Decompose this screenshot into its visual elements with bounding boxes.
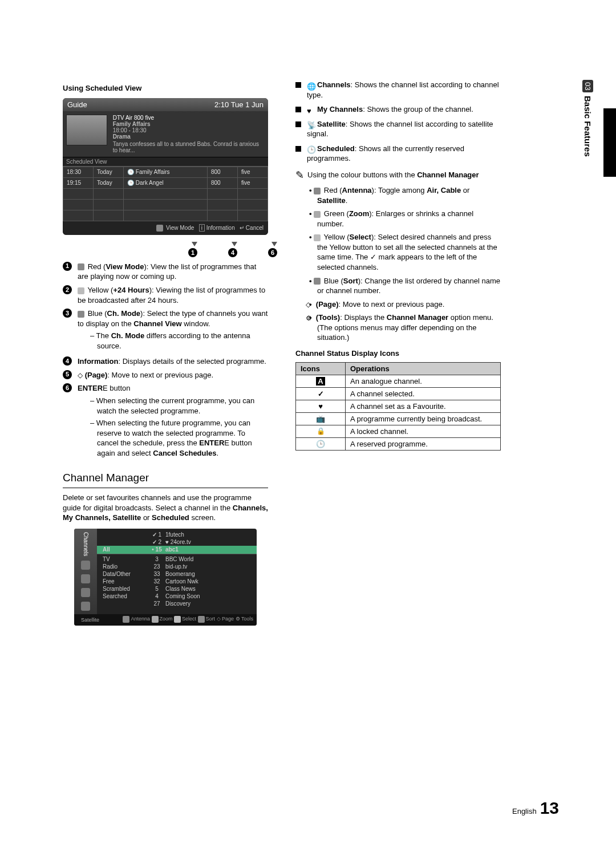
table-row: ♥A channel set as a Favourite. xyxy=(296,400,501,412)
check-icon: ✓ xyxy=(296,387,346,400)
section-tab: 03 Basic Features xyxy=(582,80,593,157)
heading-status-icons: Channel Status Display Icons xyxy=(295,348,501,359)
table-row: AAn analogue channel. xyxy=(296,375,501,387)
globe-icon: 🌐 xyxy=(307,82,315,90)
guide-time: 2:10 Tue 1 Jun xyxy=(214,100,264,109)
section-label: Basic Features xyxy=(583,96,593,157)
thumbnail-icon xyxy=(66,115,107,145)
page-footer: English13 xyxy=(512,798,559,818)
satellite-icon xyxy=(81,588,90,597)
yellow-button-icon xyxy=(314,234,321,241)
guide-screenshot: Guide 2:10 Tue 1 Jun DTV Air 800 five Fa… xyxy=(63,98,268,235)
status-icons-table: IconsOperations AAn analogue channel. ✓A… xyxy=(295,362,501,451)
heading-channel-manager: Channel Manager xyxy=(63,472,268,484)
green-button-icon xyxy=(314,211,321,218)
table-row: ✓A channel selected. xyxy=(296,387,501,400)
table-row: 18:30Today🕒 Family Affairs800five xyxy=(63,167,268,177)
yellow-button-icon xyxy=(78,287,84,294)
heart-icon xyxy=(81,574,90,583)
page-icon: ◇ xyxy=(78,371,83,380)
table-row: 19:15Today🕒 Dark Angel800five xyxy=(63,177,268,188)
colour-button-list: Red (Antenna): Toggle among Air, Cable o… xyxy=(309,185,501,343)
guide-table: 18:30Today🕒 Family Affairs800five 19:15T… xyxy=(63,167,268,221)
lock-icon: 🔒 xyxy=(296,425,346,437)
heart-icon: ♥ xyxy=(307,106,315,114)
thumb-marker xyxy=(603,108,616,177)
guide-title: Guide xyxy=(67,100,87,109)
table-row: 🔒A locked channel. xyxy=(296,425,501,437)
satellite-icon: 📡 xyxy=(307,120,315,128)
heart-icon: ♥ xyxy=(296,400,346,412)
note-line: ✎Using the colour buttons with the Chann… xyxy=(295,168,501,182)
red-button-icon xyxy=(78,263,84,270)
enter-icon: E xyxy=(224,439,229,447)
section-number: 03 xyxy=(582,80,593,92)
guide-section-label: Scheduled View xyxy=(63,157,268,167)
antenna-icon xyxy=(81,561,90,570)
enter-icon: E xyxy=(103,384,108,392)
blue-button-icon xyxy=(78,311,84,318)
clock-icon xyxy=(81,602,90,611)
page-number: 13 xyxy=(540,798,559,817)
note-icon: ✎ xyxy=(295,169,304,181)
analogue-icon: A xyxy=(316,377,325,386)
guide-footer: View Mode i Information ↵ Cancel xyxy=(63,221,268,235)
numbered-list: 1 Red (View Mode): View the list of prog… xyxy=(63,262,268,460)
feature-list: 🌐Channels: Shows the channel list accord… xyxy=(295,80,501,164)
table-row: 🕒A reserved programme. xyxy=(296,437,501,450)
clock-icon: 🕒 xyxy=(296,437,346,450)
blue-button-icon xyxy=(314,278,321,285)
channel-manager-screenshot: Channels ✓ 11futech ✓ 2♥ 24ore.tv All• 1… xyxy=(74,529,257,626)
channel-manager-desc: Delete or set favourites channels and us… xyxy=(63,493,268,523)
table-row: 📺A programme currently being broadcast. xyxy=(296,412,501,425)
clock-icon: 🕒 xyxy=(307,145,315,153)
heading-scheduled-view: Using Scheduled View xyxy=(63,83,268,94)
callout-markers: 1 4 6 xyxy=(63,240,268,257)
tv-icon: 📺 xyxy=(296,412,346,425)
guide-meta: DTV Air 800 five Family Affairs 18:00 - … xyxy=(113,115,265,153)
red-button-icon xyxy=(314,188,321,194)
